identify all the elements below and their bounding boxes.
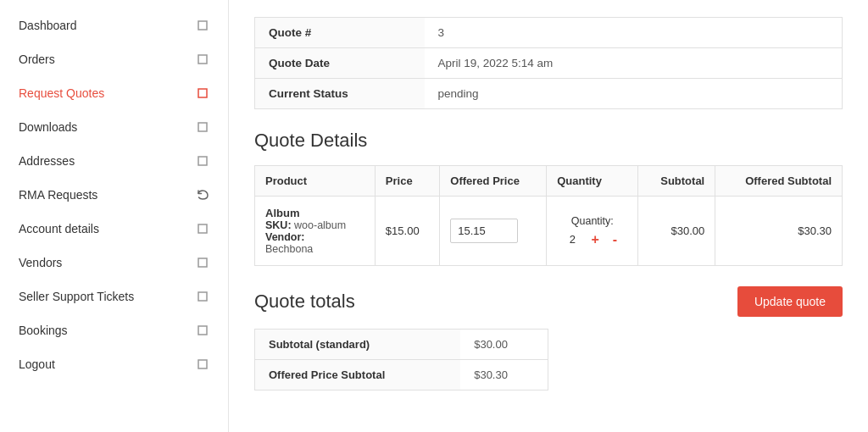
quote-details-header: Product — [255, 166, 376, 197]
quote-totals-title: Quote totals — [254, 291, 355, 313]
product-cell: Album SKU: woo-album Vendor:Bechbona — [255, 197, 376, 266]
square-icon — [196, 120, 209, 134]
sidebar-item-label: Request Quotes — [19, 86, 104, 100]
quote-info-value: April 19, 2022 5:14 am — [425, 48, 843, 79]
square-icon — [196, 222, 209, 235]
quote-info-value: pending — [425, 79, 843, 109]
sidebar-item-seller-support-tickets[interactable]: Seller Support Tickets — [0, 280, 228, 313]
sidebar: DashboardOrdersRequest QuotesDownloadsAd… — [0, 0, 229, 432]
quote-info-value: 3 — [425, 18, 843, 48]
square-icon — [196, 324, 209, 337]
quote-totals-table: Subtotal (standard)$30.00Offered Price S… — [254, 329, 548, 390]
sidebar-item-label: Addresses — [19, 154, 75, 168]
update-quote-button[interactable]: Update quote — [737, 286, 843, 317]
sidebar-item-downloads[interactable]: Downloads — [0, 110, 228, 144]
quote-details-header: Offered Subtotal — [715, 166, 843, 197]
svg-rect-9 — [198, 360, 207, 368]
quote-details-header: Subtotal — [638, 166, 715, 197]
quantity-section: Quantity: 2 + - — [557, 215, 627, 247]
quote-info-row: Quote #3 — [255, 18, 843, 48]
square-icon — [196, 86, 209, 100]
totals-value: $30.00 — [460, 330, 548, 360]
totals-label: Subtotal (standard) — [255, 330, 461, 360]
square-icon — [196, 256, 209, 269]
quantity-plus-button[interactable]: + — [587, 232, 602, 247]
product-name: Album — [265, 207, 364, 219]
quantity-label: Quantity: — [557, 215, 627, 227]
quote-info-row: Current Statuspending — [255, 79, 843, 109]
sidebar-item-addresses[interactable]: Addresses — [0, 144, 228, 178]
product-vendor: Vendor:Bechbona — [265, 231, 364, 255]
sidebar-item-label: Orders — [19, 53, 55, 66]
svg-rect-3 — [198, 123, 207, 131]
sidebar-item-label: Account details — [19, 222, 99, 235]
sidebar-item-label: Logout — [19, 357, 55, 371]
totals-label: Offered Price Subtotal — [255, 360, 461, 390]
offered-subtotal-cell: $30.30 — [715, 197, 843, 266]
sidebar-item-dashboard[interactable]: Dashboard — [0, 8, 228, 42]
offered-price-cell[interactable] — [440, 197, 547, 266]
sidebar-item-label: Dashboard — [19, 19, 77, 32]
square-icon — [196, 53, 209, 66]
totals-value: $30.30 — [460, 360, 548, 390]
svg-rect-0 — [198, 21, 207, 30]
sidebar-item-label: Seller Support Tickets — [19, 290, 134, 303]
svg-rect-7 — [198, 292, 207, 301]
sidebar-item-orders[interactable]: Orders — [0, 42, 228, 76]
sidebar-item-vendors[interactable]: Vendors — [0, 246, 228, 280]
quantity-value: 2 — [564, 233, 581, 246]
square-icon — [196, 154, 209, 168]
quote-details-header: Quantity — [547, 166, 638, 197]
quote-info-table: Quote #3Quote DateApril 19, 2022 5:14 am… — [254, 17, 843, 109]
quantity-cell: Quantity: 2 + - — [547, 197, 638, 266]
quote-info-row: Quote DateApril 19, 2022 5:14 am — [255, 48, 843, 79]
product-sku: SKU: woo-album — [265, 219, 364, 231]
quote-totals-row: Subtotal (standard)$30.00 — [255, 330, 548, 360]
svg-rect-4 — [198, 157, 207, 165]
svg-rect-6 — [198, 258, 207, 267]
quote-totals-row: Offered Price Subtotal$30.30 — [255, 360, 548, 390]
quote-info-label: Quote Date — [255, 48, 425, 79]
svg-rect-2 — [198, 89, 207, 97]
sidebar-item-account-details[interactable]: Account details — [0, 212, 228, 246]
quote-totals-header: Quote totals Update quote — [254, 286, 843, 317]
subtotal-cell: $30.00 — [638, 197, 715, 266]
sidebar-item-bookings[interactable]: Bookings — [0, 313, 228, 347]
quote-details-row: Album SKU: woo-album Vendor:Bechbona $15… — [255, 197, 843, 266]
svg-rect-1 — [198, 55, 207, 64]
quote-details-header: Offered Price — [440, 166, 547, 197]
sidebar-item-rma-requests[interactable]: RMA Requests — [0, 178, 228, 212]
quote-info-label: Quote # — [255, 18, 425, 48]
square-icon — [196, 290, 209, 303]
square-icon — [196, 19, 209, 32]
sidebar-item-label: Downloads — [19, 120, 77, 134]
sidebar-item-logout[interactable]: Logout — [0, 347, 228, 381]
main-content: Quote #3Quote DateApril 19, 2022 5:14 am… — [229, 0, 868, 432]
sidebar-item-label: Vendors — [19, 256, 62, 269]
quote-details-table: ProductPriceOffered PriceQuantitySubtota… — [254, 165, 843, 266]
quote-details-header: Price — [375, 166, 439, 197]
undo-icon — [196, 188, 209, 202]
square-icon — [196, 357, 209, 371]
svg-rect-5 — [198, 224, 207, 233]
quantity-controls: 2 + - — [557, 232, 627, 247]
sidebar-item-label: RMA Requests — [19, 188, 97, 202]
quote-details-title: Quote Details — [254, 130, 843, 152]
sidebar-item-label: Bookings — [19, 324, 68, 337]
quote-info-label: Current Status — [255, 79, 425, 109]
sidebar-item-request-quotes[interactable]: Request Quotes — [0, 76, 228, 110]
price-cell: $15.00 — [375, 197, 439, 266]
svg-rect-8 — [198, 326, 207, 335]
quantity-minus-button[interactable]: - — [609, 232, 620, 247]
offered-price-input[interactable] — [450, 219, 518, 243]
